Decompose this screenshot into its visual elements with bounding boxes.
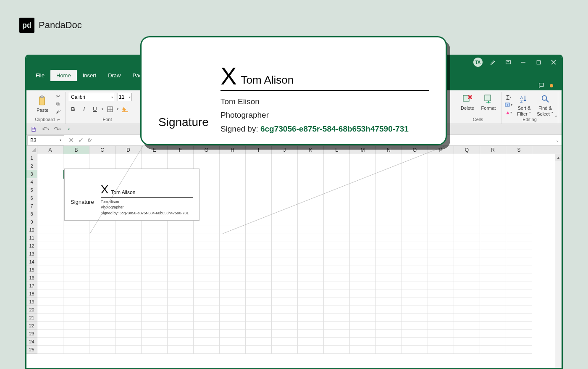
cell[interactable] (428, 290, 454, 298)
cell[interactable] (506, 346, 532, 354)
cell[interactable] (506, 298, 532, 306)
cell[interactable] (89, 298, 116, 306)
clear-button[interactable]: ▾ (505, 109, 512, 116)
cell[interactable] (480, 266, 506, 274)
cell[interactable] (37, 258, 63, 266)
cell[interactable] (506, 250, 532, 258)
cell[interactable] (89, 258, 116, 266)
cell[interactable] (116, 154, 142, 162)
cell[interactable] (63, 314, 89, 322)
cell[interactable] (324, 338, 350, 346)
cell[interactable] (37, 154, 63, 162)
cell[interactable] (220, 306, 246, 314)
cell[interactable] (376, 346, 402, 354)
cell[interactable] (324, 170, 350, 178)
cell[interactable] (142, 242, 168, 250)
cell[interactable] (89, 226, 116, 234)
cell[interactable] (298, 226, 324, 234)
cell[interactable] (454, 338, 480, 346)
cell[interactable] (37, 210, 63, 218)
cell[interactable] (324, 154, 350, 162)
cell[interactable] (402, 250, 428, 258)
cell[interactable] (480, 234, 506, 242)
cut-icon[interactable]: ✂ (54, 93, 62, 100)
cell[interactable] (272, 274, 298, 282)
cell[interactable] (37, 162, 63, 170)
cell[interactable] (272, 234, 298, 242)
cell[interactable] (454, 170, 480, 178)
cell[interactable] (142, 258, 168, 266)
cell[interactable] (272, 210, 298, 218)
cell[interactable] (402, 218, 428, 226)
tab-file[interactable]: File (30, 70, 50, 81)
cell[interactable] (402, 154, 428, 162)
cell[interactable] (168, 250, 194, 258)
cell[interactable] (506, 162, 532, 170)
cell[interactable] (168, 314, 194, 322)
cell[interactable] (116, 274, 142, 282)
cell[interactable] (454, 282, 480, 290)
italic-button[interactable]: I (80, 105, 88, 113)
cell[interactable] (376, 170, 402, 178)
cell[interactable] (246, 210, 272, 218)
row-header[interactable]: 4 (26, 178, 37, 186)
cell[interactable] (428, 234, 454, 242)
cell[interactable] (350, 250, 376, 258)
cell[interactable] (89, 154, 116, 162)
cell[interactable] (350, 298, 376, 306)
cell[interactable] (428, 346, 454, 354)
cell[interactable] (272, 290, 298, 298)
cell[interactable] (63, 258, 89, 266)
minimize-button[interactable] (519, 58, 528, 67)
cell[interactable] (402, 202, 428, 210)
cell[interactable] (37, 234, 63, 242)
cell[interactable] (350, 170, 376, 178)
cell[interactable] (63, 290, 89, 298)
cell[interactable] (454, 346, 480, 354)
cell[interactable] (454, 242, 480, 250)
cell[interactable] (220, 234, 246, 242)
cell[interactable] (220, 242, 246, 250)
cell[interactable] (63, 338, 89, 346)
cell[interactable] (324, 274, 350, 282)
cell[interactable] (402, 266, 428, 274)
cell[interactable] (272, 346, 298, 354)
expand-formula-bar-icon[interactable]: ⌄ (553, 138, 562, 142)
cell[interactable] (350, 314, 376, 322)
cell[interactable] (428, 266, 454, 274)
row-header[interactable]: 2 (26, 162, 37, 170)
chevron-down-icon[interactable]: ▾ (117, 107, 118, 111)
cell[interactable] (89, 274, 116, 282)
column-header[interactable]: G (194, 146, 220, 154)
cell[interactable] (220, 322, 246, 330)
cell[interactable] (246, 274, 272, 282)
cell[interactable] (246, 202, 272, 210)
maximize-button[interactable] (534, 58, 543, 67)
cell[interactable] (350, 346, 376, 354)
row-header[interactable]: 15 (26, 266, 37, 274)
cell[interactable] (350, 234, 376, 242)
cell[interactable] (298, 234, 324, 242)
cell[interactable] (89, 322, 116, 330)
column-header[interactable]: B (63, 146, 89, 154)
cell[interactable] (376, 282, 402, 290)
cell[interactable] (194, 154, 220, 162)
cell[interactable] (220, 154, 246, 162)
cell[interactable] (116, 234, 142, 242)
cell[interactable] (63, 266, 89, 274)
cell[interactable] (220, 250, 246, 258)
save-icon[interactable] (30, 126, 37, 133)
cell[interactable] (324, 330, 350, 338)
row-header[interactable]: 16 (26, 274, 37, 282)
cell[interactable] (246, 314, 272, 322)
cell[interactable] (194, 346, 220, 354)
cell[interactable] (142, 330, 168, 338)
cell[interactable] (142, 298, 168, 306)
cell[interactable] (116, 330, 142, 338)
cell[interactable] (324, 290, 350, 298)
cell[interactable] (428, 258, 454, 266)
cell[interactable] (454, 306, 480, 314)
insert-function-icon[interactable]: fx (88, 137, 92, 143)
cell[interactable] (168, 258, 194, 266)
cell[interactable] (246, 186, 272, 194)
